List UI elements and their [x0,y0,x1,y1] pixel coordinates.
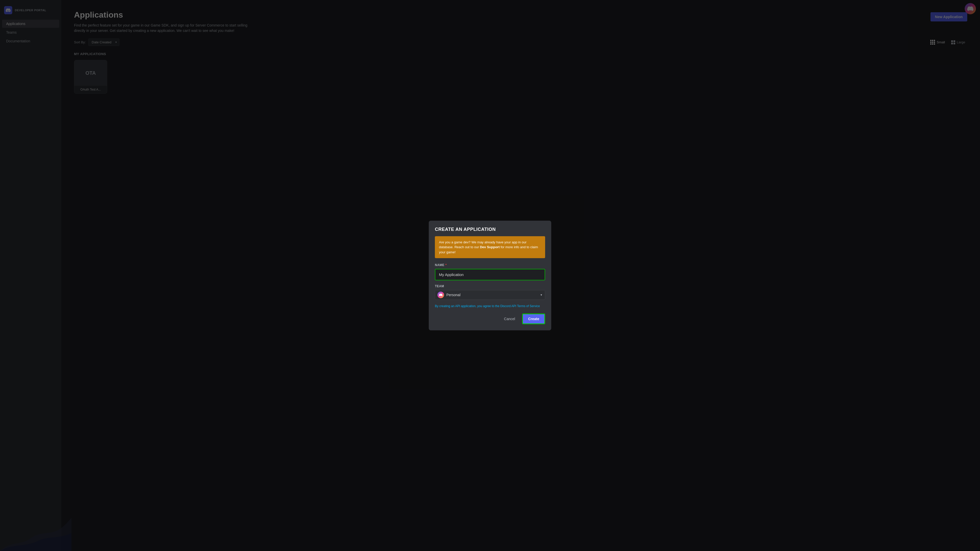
create-button[interactable]: Create [522,313,545,324]
application-name-input[interactable] [435,269,545,280]
team-label: TEAM [435,284,545,288]
cancel-button[interactable]: Cancel [500,314,519,324]
name-form-group: NAME * [435,263,545,280]
create-application-modal: CREATE AN APPLICATION Are you a game dev… [429,221,551,330]
required-indicator: * [445,263,447,267]
modal-overlay: CREATE AN APPLICATION Are you a game dev… [0,0,980,551]
modal-title: CREATE AN APPLICATION [435,227,545,232]
team-select-wrapper: Personal ▾ [435,290,545,300]
team-form-group: TEAM Personal ▾ [435,284,545,300]
modal-footer: Cancel Create [435,313,545,324]
terms-link[interactable]: By creating an API application, you agre… [435,304,540,308]
team-select[interactable]: Personal [435,290,545,300]
terms-text: By creating an API application, you agre… [435,304,545,308]
warning-box: Are you a game dev? We may already have … [435,236,545,259]
name-label: NAME * [435,263,545,267]
dev-support-link[interactable]: Dev Support [480,245,501,249]
